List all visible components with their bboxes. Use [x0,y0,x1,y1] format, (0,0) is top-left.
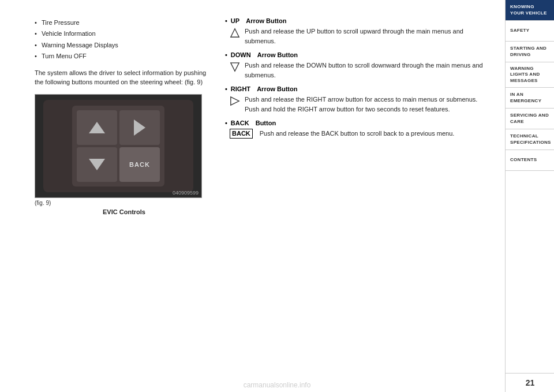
right-bold-label: RIGHT [231,85,250,92]
sidebar-item-contents[interactable]: CONTENTS [506,150,554,171]
figure-container: BACK 040909599 (fig. 9) EVIC Controls [35,94,214,215]
sidebar-item-starting[interactable]: STARTING AND DRIVING [506,42,554,62]
svg-marker-0 [231,29,239,37]
right-arrow-description: Push and release the RIGHT arrow button … [230,95,493,114]
svg-marker-1 [231,63,239,71]
sidebar-item-servicing[interactable]: SERVICING AND CARE [506,109,554,129]
back-bold-label: BACK [231,120,249,126]
down-bold-label: DOWN [231,51,251,58]
right-column: • UP Arrow Button Push and release the U… [225,17,493,380]
right-arrow-text: Push and release the RIGHT arrow button … [245,95,493,114]
up-arrow-icon [89,122,105,133]
right-triangle-icon [230,95,240,114]
up-arrow-section: • UP Arrow Button Push and release the U… [225,17,493,46]
figure-caption: (fig. 9) [35,200,214,206]
up-triangle-icon [230,27,240,46]
down-suffix-label: Arrow Button [257,51,298,58]
sidebar: KNOWING YOUR VEHICLE SAFETY STARTING AND… [505,0,554,392]
up-arrow-text: Push and release the UP button to scroll… [245,27,493,46]
list-item: Tire Pressure [35,17,214,28]
up-suffix-label: Arrow Button [246,17,286,24]
sidebar-item-knowing[interactable]: KNOWING YOUR VEHICLE [506,0,554,21]
right-button-cell [119,110,160,145]
back-section: • BACK Button BACK Push and release the … [225,120,493,139]
back-suffix-label: Button [256,120,276,126]
button-panel: BACK [72,106,164,186]
up-button-cell [77,110,117,145]
up-bold-label: UP [231,17,239,24]
back-description: BACK Push and release the BACK button to… [230,129,493,139]
back-heading: • BACK Button [225,120,493,126]
evic-image-inner: BACK [43,100,193,192]
back-label: BACK [129,161,150,168]
up-arrow-description: Push and release the UP button to scroll… [230,27,493,46]
right-suffix-label: Arrow Button [257,85,297,92]
list-item: Vehicle Information [35,28,214,39]
sidebar-item-warning[interactable]: WARNING LIGHTS AND MESSAGES [506,62,554,88]
page-number: 21 [506,373,554,392]
right-arrow-icon [134,120,145,136]
down-triangle-icon [230,61,240,80]
down-arrow-text: Push and release the DOWN button to scro… [245,61,493,80]
svg-marker-2 [231,97,239,105]
list-item: Warning Message Displays [35,40,214,51]
list-item: Turn Menu OFF [35,51,214,62]
watermark: carmanualsonline.info [244,381,311,389]
figure-title: EVIC Controls [35,208,214,215]
up-arrow-heading: • UP Arrow Button [225,17,493,24]
right-arrow-heading: • RIGHT Arrow Button [225,85,493,92]
image-number: 040909599 [173,190,199,196]
back-button-cell: BACK [119,147,160,182]
evic-image: BACK 040909599 [35,94,202,198]
down-arrow-icon [89,159,105,170]
down-button-cell [77,147,117,182]
sidebar-item-technical[interactable]: TECHNICAL SPECIFICATIONS [506,129,554,150]
bullet-list: Tire Pressure Vehicle Information Warnin… [35,17,214,62]
back-icon: BACK [230,129,253,139]
sidebar-item-safety[interactable]: SAFETY [506,21,554,42]
sidebar-item-emergency[interactable]: IN AN EMERGENCY [506,88,554,109]
right-arrow-section: • RIGHT Arrow Button Push and release th… [225,85,493,114]
down-arrow-section: • DOWN Arrow Button Push and release the… [225,51,493,80]
down-arrow-description: Push and release the DOWN button to scro… [230,61,493,80]
body-text: The system allows the driver to select i… [35,68,214,87]
back-text: Push and release the BACK button to scro… [260,129,455,139]
down-arrow-heading: • DOWN Arrow Button [225,51,493,58]
